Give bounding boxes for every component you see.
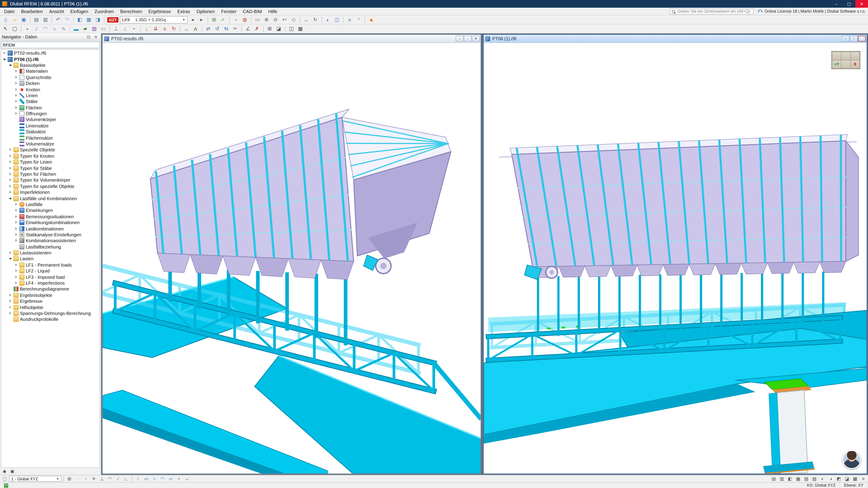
- expand-arrow-icon[interactable]: [3, 51, 7, 55]
- expand-arrow-icon[interactable]: [8, 148, 13, 152]
- zoom-in-icon[interactable]: ⊕: [262, 15, 271, 24]
- tree-item[interactable]: Öffnungen: [1, 111, 99, 117]
- tree-item[interactable]: Lastkombinationen: [1, 226, 99, 232]
- line-support-icon[interactable]: ⊥: [121, 25, 129, 33]
- expand-arrow-icon[interactable]: [14, 81, 19, 86]
- expand-arrow-icon[interactable]: [8, 299, 13, 303]
- display-options-icon[interactable]: ≡: [860, 475, 867, 482]
- navigator-tab-data-icon[interactable]: ◉: [1, 468, 8, 474]
- snap-points-icon[interactable]: ∙: [74, 475, 81, 482]
- expand-arrow-icon[interactable]: [14, 263, 19, 267]
- search-input[interactable]: Geben Sie ein Schlüsselwort ein (Alt+Q): [670, 8, 754, 14]
- nodal-support-icon[interactable]: ⊥: [112, 25, 120, 33]
- expand-arrow-icon[interactable]: [14, 202, 19, 206]
- tree-item[interactable]: PT06 (1).rf6: [1, 56, 99, 62]
- viewport-pt06[interactable]: +Y X: [484, 42, 867, 474]
- navigator-close-icon[interactable]: ✕: [93, 34, 99, 40]
- navigator-toggle-icon[interactable]: ◧: [75, 15, 84, 24]
- select-window-icon[interactable]: ▢: [10, 25, 19, 33]
- viewport-pt02[interactable]: [103, 42, 480, 474]
- tree-item[interactable]: Spezielle Objekte: [1, 147, 99, 153]
- menu-optionen[interactable]: Optionen: [193, 8, 218, 15]
- child-window-title-bar-pt02[interactable]: PT02-results.rf6 – ▫ ✕: [103, 35, 480, 42]
- save-model-icon[interactable]: ▣: [20, 15, 28, 24]
- tree-item[interactable]: Querschnitte: [1, 74, 99, 80]
- child-close-button[interactable]: ✕: [858, 36, 866, 41]
- tree-item[interactable]: Imperfektionen: [1, 189, 99, 195]
- undo-icon[interactable]: ↶: [54, 15, 62, 24]
- expand-arrow-icon[interactable]: [8, 154, 13, 158]
- tree-item[interactable]: Lastfälle und Kombinationen: [1, 195, 99, 201]
- tree-item[interactable]: Typen für Flächen: [1, 171, 99, 177]
- expand-arrow-icon[interactable]: [8, 305, 13, 309]
- collapse-arrow-icon[interactable]: [3, 57, 7, 61]
- tree-item[interactable]: Typen für Knoten: [1, 153, 99, 159]
- view-cube-widget[interactable]: +Y X: [831, 51, 860, 69]
- previous-load-case-icon[interactable]: ◂: [188, 15, 197, 24]
- draw-arc-icon[interactable]: ◠: [159, 475, 166, 482]
- tree-item[interactable]: Einwirkungskombinationen: [1, 220, 99, 226]
- units-settings-icon[interactable]: °: [354, 15, 363, 24]
- expand-arrow-icon[interactable]: [8, 293, 13, 297]
- tree-item[interactable]: Lastfälle: [1, 201, 99, 207]
- view-cube-cell[interactable]: [832, 52, 841, 60]
- tree-item[interactable]: Materialien: [1, 68, 99, 74]
- snap-grid-icon[interactable]: ⊞: [66, 475, 73, 482]
- previous-view-icon[interactable]: ↩: [280, 15, 289, 24]
- expand-arrow-icon[interactable]: [8, 166, 13, 170]
- draw-circle-icon[interactable]: ○: [151, 475, 158, 482]
- model-3d-view-pt06[interactable]: [484, 43, 867, 474]
- result-values-icon[interactable]: ◍: [241, 15, 249, 24]
- tree-item[interactable]: Typen für Volumenkörper: [1, 177, 99, 183]
- tree-item[interactable]: Typen für spezielle Objekte: [1, 183, 99, 189]
- split-navigator-icon[interactable]: ◧: [786, 475, 794, 482]
- open-model-icon[interactable]: ▱: [10, 15, 19, 24]
- tree-item[interactable]: Stäbe: [1, 98, 99, 105]
- child-restore-button[interactable]: ▫: [850, 36, 858, 41]
- visibility-modes-icon[interactable]: ◐: [324, 15, 332, 24]
- render-wireframe-icon[interactable]: ▨: [811, 475, 818, 482]
- insert-arc-icon[interactable]: ◠: [41, 25, 50, 33]
- menu-fenster[interactable]: Fenster: [218, 8, 240, 15]
- expand-arrow-icon[interactable]: [8, 251, 13, 255]
- isometric-view-icon[interactable]: ◇: [289, 15, 298, 24]
- display-contrast-icon[interactable]: ◑: [827, 475, 835, 482]
- copy-graphic-icon[interactable]: ▥: [41, 15, 50, 24]
- work-plane-icon[interactable]: ◪: [274, 25, 283, 33]
- tree-item[interactable]: LF4 - Imperfections: [1, 280, 99, 286]
- display-grid-icon[interactable]: ▦: [794, 475, 802, 482]
- moment-load-icon[interactable]: ↻: [169, 25, 178, 33]
- tree-item[interactable]: Volumenkörper: [1, 117, 99, 123]
- tree-item[interactable]: Kombinationsassistenten: [1, 238, 99, 244]
- draw-rectangle-icon[interactable]: ▭: [143, 475, 150, 482]
- load-combination-combo[interactable]: LK91.35G + 1.20Gq▼: [120, 16, 188, 23]
- section-view-icon[interactable]: ◫: [287, 25, 296, 33]
- tree-item[interactable]: Flächen: [1, 105, 99, 111]
- expand-arrow-icon[interactable]: [8, 178, 13, 182]
- expand-arrow-icon[interactable]: [8, 184, 13, 188]
- tree-item[interactable]: Volumensätze: [1, 141, 99, 147]
- collapse-arrow-icon[interactable]: [8, 196, 13, 200]
- tree-item[interactable]: Ergebnisse: [1, 298, 99, 304]
- menu-zuordnen[interactable]: Zuordnen: [91, 8, 117, 15]
- tree-item[interactable]: Lasten: [1, 256, 99, 262]
- expand-arrow-icon[interactable]: [14, 94, 19, 98]
- divide-line-icon[interactable]: ✂: [231, 25, 240, 33]
- line-load-icon[interactable]: ⇊: [151, 25, 160, 33]
- view-cube-y-label[interactable]: +Y: [832, 60, 841, 68]
- zoom-out-icon[interactable]: ⊖: [271, 15, 280, 24]
- grid-settings-icon[interactable]: ⊞: [266, 25, 274, 33]
- rotate-view-icon[interactable]: ↻: [311, 15, 320, 24]
- view-plane-xz-icon[interactable]: ◪: [843, 475, 851, 482]
- expand-arrow-icon[interactable]: [8, 160, 13, 164]
- window-minimize-button[interactable]: –: [830, 0, 843, 8]
- tree-item[interactable]: Ausdruckprotokolle: [1, 316, 99, 322]
- expand-arrow-icon[interactable]: [14, 269, 19, 273]
- view-plane-xy-icon[interactable]: ◩: [835, 475, 843, 482]
- next-load-case-icon[interactable]: ▸: [197, 15, 206, 24]
- view-cube-cell[interactable]: [850, 52, 860, 60]
- tree-item[interactable]: Lastassistenten: [1, 250, 99, 256]
- user-avatar[interactable]: [842, 450, 861, 469]
- expand-arrow-icon[interactable]: [14, 75, 19, 79]
- navigator-pin-icon[interactable]: ⊡: [86, 34, 92, 40]
